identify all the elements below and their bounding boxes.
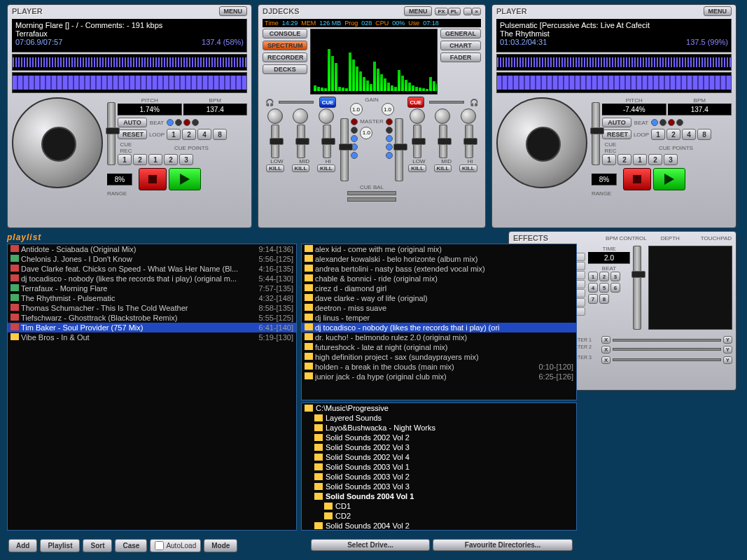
playlist-folders[interactable]: C:\Music\ProgressiveLayered SoundsLayo&B… [301, 402, 577, 531]
eq-knob[interactable] [267, 108, 283, 124]
eq-hi-l[interactable] [323, 125, 331, 158]
cue-2[interactable]: 2 [164, 154, 178, 165]
btn-drive[interactable]: Select Drive... [311, 539, 430, 551]
crossfader[interactable] [347, 191, 396, 195]
mixer-close[interactable]: × [472, 8, 481, 15]
fx-beat-8[interactable]: 8 [599, 294, 609, 304]
folder-row[interactable]: C:\Music\Progressive [302, 403, 576, 413]
playlist-row[interactable]: Antidote - Sciabada (Original Mix)9:14-[… [8, 244, 296, 254]
cue-rec-2b[interactable]: 2 [617, 154, 631, 165]
mixer-recorder[interactable]: RECORDER [263, 52, 307, 62]
player1-wave-overview[interactable] [12, 54, 247, 71]
playlist-row[interactable]: holden - a break in the clouds (main mix… [302, 362, 576, 372]
playlist-row[interactable]: andrea bertolini - nasty bass (extended … [302, 264, 576, 274]
playlist-row[interactable]: futureshock - late at night (original mi… [302, 342, 576, 352]
player2-menu[interactable]: MENU [704, 6, 732, 16]
cue-left[interactable]: CUE [319, 97, 336, 108]
eq-knob[interactable] [435, 108, 450, 124]
player2-stop[interactable] [623, 168, 651, 190]
playlist-row[interactable]: dj tocadisco - nobody (likes the records… [302, 323, 576, 332]
player2-pitch-slider[interactable] [592, 102, 600, 165]
crossfader2[interactable] [347, 197, 396, 202]
player1-stop[interactable] [139, 168, 167, 190]
player2-reset[interactable]: RESET [602, 130, 631, 139]
playlist-row[interactable]: junior jack - da hype (original club mix… [302, 372, 576, 382]
player2-jog[interactable] [496, 97, 587, 188]
btn-mode[interactable]: Mode [204, 539, 237, 552]
autoload-check[interactable]: AutoLoad [150, 539, 201, 552]
cue-rec-1[interactable]: 1 [118, 154, 132, 165]
kill-mid-r[interactable]: KILL [434, 164, 452, 172]
player2-wave-overview[interactable] [496, 54, 732, 71]
cue-rec-2[interactable]: 2 [133, 154, 147, 165]
fx-beat-4[interactable]: 4 [588, 283, 598, 293]
playlist-row[interactable]: cirez d - diamond girl [302, 284, 576, 293]
playlist-right[interactable]: alex kid - come with me (original mix)al… [301, 244, 577, 400]
eq-knob[interactable] [410, 108, 425, 124]
vol-right[interactable] [395, 118, 403, 181]
mixer-decks[interactable]: DECKS [263, 64, 307, 74]
playlist-row[interactable]: high definition project - sax (sundaypra… [302, 352, 576, 362]
vol-left[interactable] [340, 118, 349, 181]
playlist-row[interactable]: Terrafaux - Morning Flare7:57-[135] [8, 284, 296, 293]
cue-3[interactable]: 3 [179, 154, 193, 165]
btn-fav[interactable]: Favourite Directories... [433, 539, 573, 551]
eq-knob[interactable] [319, 108, 334, 124]
btn-playlist[interactable]: Playlist [40, 539, 80, 552]
loop-4[interactable]: 4 [197, 129, 211, 140]
gain-r[interactable]: 1.0 [382, 103, 394, 115]
kill-low-r[interactable]: KILL [408, 164, 426, 172]
kill-hi-l[interactable]: KILL [317, 164, 335, 172]
playlist-row[interactable]: deetron - miss suave [302, 303, 576, 313]
player2-wave-zoom[interactable] [496, 72, 732, 93]
eq-low-r[interactable] [413, 125, 421, 158]
mixer-console[interactable]: CONSOLE [263, 29, 307, 38]
kill-low-l[interactable]: KILL [266, 164, 284, 172]
playlist-row[interactable]: Tim Baker - Soul Provider (757 Mix)6:41-… [8, 323, 296, 332]
cue-right[interactable]: CUE [407, 97, 424, 108]
player1-wave-zoom[interactable] [12, 72, 247, 93]
fx-beat-6[interactable]: 6 [610, 283, 620, 293]
kill-mid-l[interactable]: KILL [292, 164, 310, 172]
playlist-row[interactable]: alex kid - come with me (original mix) [302, 244, 576, 254]
playlist-row[interactable]: dj tocadisco - nobody (likes the records… [8, 274, 296, 284]
cue-2b[interactable]: 2 [648, 154, 662, 165]
loop-1[interactable]: 1 [167, 129, 181, 140]
folder-row[interactable]: Solid Sounds 2002 Vol 2 [302, 433, 576, 442]
playlist-row[interactable]: dj linus - temper [302, 313, 576, 323]
folder-row[interactable]: CD2 [302, 511, 576, 521]
loop-8[interactable]: 8 [213, 129, 227, 140]
folder-row[interactable]: Solid Sounds 2002 Vol 4 [302, 452, 576, 462]
cue-1b[interactable]: 1 [633, 154, 647, 165]
btn-add[interactable]: Add [8, 539, 37, 552]
fx-beat-2[interactable]: 2 [599, 272, 609, 281]
player1-menu[interactable]: MENU [219, 6, 248, 16]
folder-row[interactable]: Solid Sounds 2003 Vol 1 [302, 462, 576, 472]
eq-mid-r[interactable] [439, 125, 447, 158]
cue-3b[interactable]: 3 [664, 154, 678, 165]
player2-play[interactable] [653, 168, 685, 190]
loop-4b[interactable]: 4 [682, 129, 696, 140]
touchpad[interactable] [648, 246, 732, 330]
playlist-row[interactable]: dave clarke - way of life (original) [302, 293, 576, 303]
folder-row[interactable]: Solid Sounds 2002 Vol 3 [302, 442, 576, 452]
mixer-min[interactable]: _ [463, 8, 472, 15]
player2-range[interactable]: 8% [592, 174, 617, 186]
folder-row[interactable]: Solid Sounds 2003 Vol 3 [302, 482, 576, 491]
btn-sort[interactable]: Sort [83, 539, 112, 552]
playlist-row[interactable]: Vibe Bros - In & Out5:19-[130] [8, 332, 296, 342]
folder-row[interactable]: Solid Sounds 2004 Vol 1 [302, 491, 576, 501]
mixer-fader[interactable]: FADER [440, 52, 481, 62]
kill-hi-r[interactable]: KILL [459, 164, 477, 172]
playlist-row[interactable]: Thomas Schumacher - This Is The Cold Wea… [8, 303, 296, 313]
playlist-row[interactable]: The Rhythmist - Pulsematic4:32-[148] [8, 293, 296, 303]
playlist-row[interactable]: chable & bonnici - ride (original mix) [302, 274, 576, 284]
eq-knob[interactable] [293, 108, 308, 124]
folder-row[interactable]: Solid Sounds 2004 Vol 2 [302, 521, 576, 531]
playlist-row[interactable]: dr. kucho! - belmondo rulez 2.0 (origina… [302, 332, 576, 342]
mixer-spectrum[interactable]: SPECTRUM [263, 41, 307, 50]
player1-reset[interactable]: RESET [118, 130, 147, 139]
mixer-pl[interactable]: PL [448, 8, 461, 15]
playlist-left[interactable]: Antidote - Sciabada (Original Mix)9:14-[… [7, 244, 297, 531]
folder-row[interactable]: Layo&Bushwacka - Night Works [302, 423, 576, 433]
